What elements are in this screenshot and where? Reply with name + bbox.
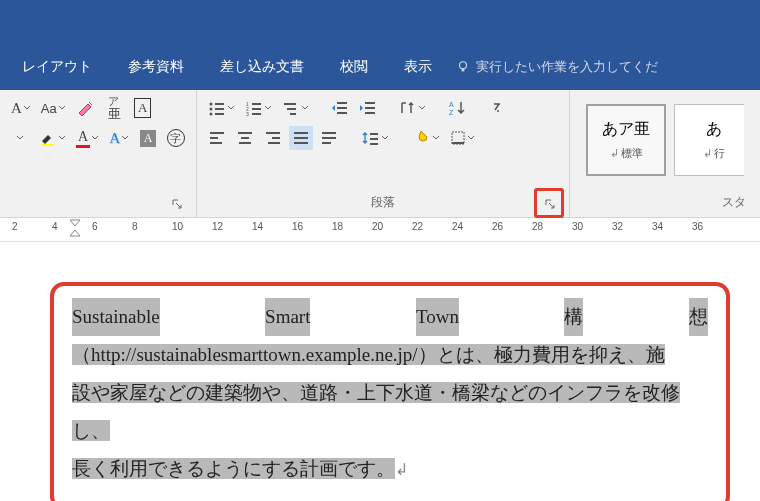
tab-view[interactable]: 表示 [386,44,450,90]
align-left-button[interactable] [205,126,229,150]
svg-rect-37 [294,137,308,139]
tab-review[interactable]: 校閲 [322,44,386,90]
paragraph-mark-icon: ↲ [395,461,408,478]
svg-rect-27 [210,132,224,134]
svg-rect-39 [322,132,336,134]
ruler-tick: 32 [612,223,623,234]
ruler-tick: 2 [12,223,18,234]
group-font: A Aa ア亜 A A A A 字 [0,90,197,217]
sort-button[interactable]: AZ [445,96,469,120]
enclose-characters-button[interactable]: 字 [164,126,188,150]
change-case-button[interactable]: Aa [38,96,69,120]
style-name-label: ↲標準 [610,146,643,161]
line-spacing-button[interactable] [359,126,392,150]
tell-me-placeholder: 実行したい作業を入力してくだ [476,58,658,76]
ruler-tick: 6 [92,223,98,234]
text-direction-button[interactable] [396,96,429,120]
svg-rect-18 [337,102,347,104]
decrease-indent-button[interactable] [328,96,352,120]
selected-text: Sustainable [72,298,160,336]
style-normal[interactable]: あア亜 ↲標準 [586,104,666,176]
selected-text: 長く利用できるようにする計画です。 [72,458,395,479]
show-hide-marks-button[interactable] [485,96,509,120]
ruler-tick: 8 [132,223,138,234]
svg-rect-41 [322,142,331,144]
font-color-button[interactable]: A [73,126,102,150]
group-paragraph: 123 AZ [197,90,570,217]
horizontal-ruler[interactable]: 24681012141618202224262830323436 [0,218,760,242]
ruler-tick: 12 [212,223,223,234]
ruler-tick: 14 [252,223,263,234]
borders-button[interactable] [447,126,478,150]
align-distribute-button[interactable] [317,126,341,150]
svg-rect-23 [365,112,375,114]
style-next[interactable]: あ ↲行 [674,104,744,176]
svg-rect-32 [239,142,251,144]
tab-layout[interactable]: レイアウト [4,44,110,90]
selected-text: Town [416,298,459,336]
svg-rect-15 [284,103,296,105]
tell-me-search[interactable]: 実行したい作業を入力してくだ [456,58,658,76]
ribbon-tabs: レイアウト 参考資料 差し込み文書 校閲 表示 実行したい作業を入力してくだ [0,44,760,90]
styles-group-label: スタ [578,192,752,215]
shading-button[interactable] [410,126,443,150]
increase-indent-button[interactable] [356,96,380,120]
svg-point-3 [209,103,212,106]
numbering-button[interactable]: 123 [242,96,275,120]
svg-point-7 [209,113,212,116]
svg-rect-43 [370,138,378,140]
paragraph-dialog-launcher[interactable] [543,197,557,211]
svg-point-26 [497,110,499,112]
svg-rect-2 [42,144,54,146]
svg-rect-8 [215,113,224,115]
document-area[interactable]: Sustainable Smart Town 構 想 （http://susta… [0,242,760,501]
window-titlebar [0,0,760,44]
document-paragraph[interactable]: Sustainable Smart Town 構 想 （http://susta… [72,298,708,488]
highlight-button[interactable] [36,126,69,150]
ruler-tick: 26 [492,223,503,234]
svg-text:1: 1 [246,101,249,107]
clear-formatting-button[interactable] [73,96,99,120]
ruler-tick: 16 [292,223,303,234]
svg-rect-10 [252,103,261,105]
font-dialog-launcher[interactable] [170,197,184,211]
svg-rect-36 [294,132,308,134]
grow-font-button[interactable]: A [8,96,34,120]
character-shading-button[interactable]: A [136,126,160,150]
multilevel-list-button[interactable] [279,96,312,120]
phonetic-guide-button[interactable]: ア亜 [103,96,127,120]
group-styles: あア亜 ↲標準 あ ↲行 スタ [570,90,760,217]
style-preview-text: あ [706,119,722,140]
selected-text: 設や家屋などの建築物や、道路・上下水道・橋梁などのインフラを改修し、 [72,382,680,441]
align-center-button[interactable] [233,126,257,150]
svg-rect-42 [370,133,378,135]
character-border-button[interactable]: A [131,96,155,120]
bullets-button[interactable] [205,96,238,120]
style-name-label: ↲行 [703,146,725,161]
ruler-tick: 4 [52,223,58,234]
align-justify-button[interactable] [289,126,313,150]
svg-text:3: 3 [246,111,249,116]
ruler-tick: 36 [692,223,703,234]
selected-text: （http://sustainablesmarttown.example.ne.… [72,344,665,365]
strikethrough-button[interactable] [8,126,32,150]
ribbon: A Aa ア亜 A A A A 字 123 [0,90,760,218]
ruler-tick: 34 [652,223,663,234]
svg-rect-14 [252,113,261,115]
lightbulb-icon [456,60,470,74]
text-effects-button[interactable]: A [106,126,132,150]
first-line-indent-marker[interactable] [69,219,81,239]
svg-rect-30 [238,132,252,134]
svg-rect-6 [215,108,224,110]
svg-rect-31 [241,137,249,139]
ruler-tick: 24 [452,223,463,234]
svg-rect-33 [266,132,280,134]
ruler-tick: 18 [332,223,343,234]
svg-rect-44 [370,143,378,145]
svg-rect-40 [322,137,336,139]
tab-references[interactable]: 参考資料 [110,44,202,90]
tab-mailings[interactable]: 差し込み文書 [202,44,322,90]
ruler-tick: 22 [412,223,423,234]
svg-rect-16 [287,108,296,110]
align-right-button[interactable] [261,126,285,150]
